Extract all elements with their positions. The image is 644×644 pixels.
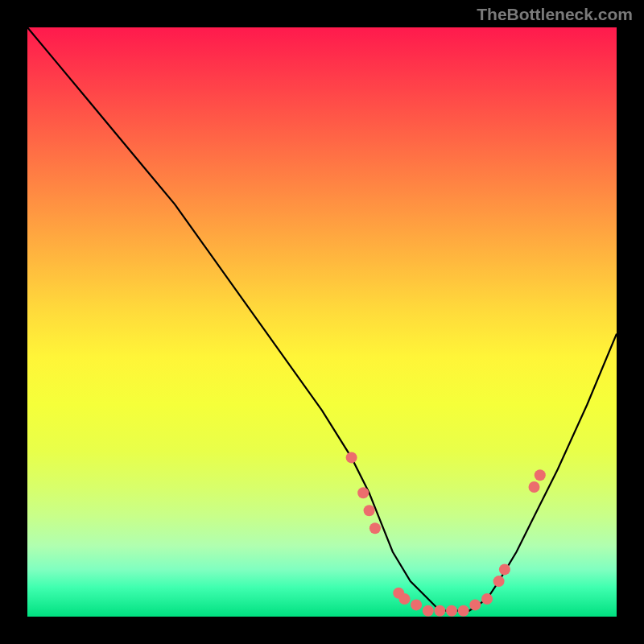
data-marker	[535, 469, 546, 481]
data-marker	[458, 605, 469, 617]
data-marker	[434, 605, 445, 617]
curve-path	[27, 27, 617, 611]
data-marker	[499, 564, 510, 575]
data-marker	[469, 599, 481, 610]
chart-svg	[27, 27, 617, 617]
data-marker	[369, 522, 381, 534]
data-markers	[346, 452, 546, 616]
data-marker	[423, 605, 434, 617]
data-marker	[529, 481, 540, 493]
data-marker	[493, 576, 505, 587]
data-marker	[357, 487, 369, 498]
bottleneck-curve	[27, 27, 617, 611]
data-marker	[364, 505, 375, 516]
data-marker	[399, 593, 411, 605]
chart-container: TheBottleneck.com	[0, 0, 644, 644]
data-marker	[411, 599, 422, 610]
watermark-text: TheBottleneck.com	[477, 5, 633, 24]
data-marker	[346, 452, 357, 463]
data-marker	[481, 593, 493, 605]
data-marker	[446, 605, 457, 617]
